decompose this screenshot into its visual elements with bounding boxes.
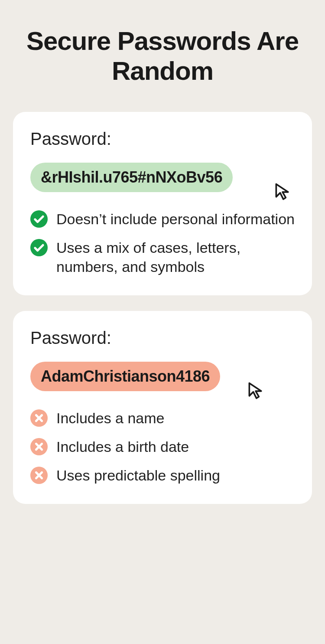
bad-password-pill: AdamChristianson4186	[30, 362, 220, 391]
bad-point-text: Includes a birth date	[56, 437, 295, 456]
bad-point-item: Includes a birth date	[30, 437, 295, 456]
good-point-item: Uses a mix of cases, letters, numbers, a…	[30, 238, 295, 276]
page-title: Secure Passwords Are Random	[13, 26, 312, 86]
good-points-list: Doesn’t include personal information Use…	[30, 209, 295, 277]
bad-point-text: Uses predictable spelling	[56, 466, 295, 485]
x-icon	[30, 467, 48, 484]
cursor-icon	[246, 381, 265, 400]
bad-points-list: Includes a name Includes a birth date Us…	[30, 409, 295, 485]
x-icon	[30, 409, 48, 427]
bad-point-text: Includes a name	[56, 409, 295, 428]
x-icon	[30, 438, 48, 455]
check-icon	[30, 239, 48, 256]
good-point-text: Uses a mix of cases, letters, numbers, a…	[56, 238, 295, 276]
cursor-icon	[273, 182, 292, 201]
good-password-card: Password: &rHIshil.u765#nNXoBv56 Doesn’t…	[13, 112, 312, 295]
password-label: Password:	[30, 129, 295, 149]
bad-password-card: Password: AdamChristianson4186 Includes …	[13, 311, 312, 504]
password-row: &rHIshil.u765#nNXoBv56	[30, 163, 295, 192]
password-label: Password:	[30, 328, 295, 348]
bad-point-item: Includes a name	[30, 409, 295, 428]
good-password-pill: &rHIshil.u765#nNXoBv56	[30, 163, 233, 192]
bad-point-item: Uses predictable spelling	[30, 466, 295, 485]
check-icon	[30, 210, 48, 228]
good-point-text: Doesn’t include personal information	[56, 209, 295, 229]
good-point-item: Doesn’t include personal information	[30, 209, 295, 229]
password-row: AdamChristianson4186	[30, 362, 295, 391]
